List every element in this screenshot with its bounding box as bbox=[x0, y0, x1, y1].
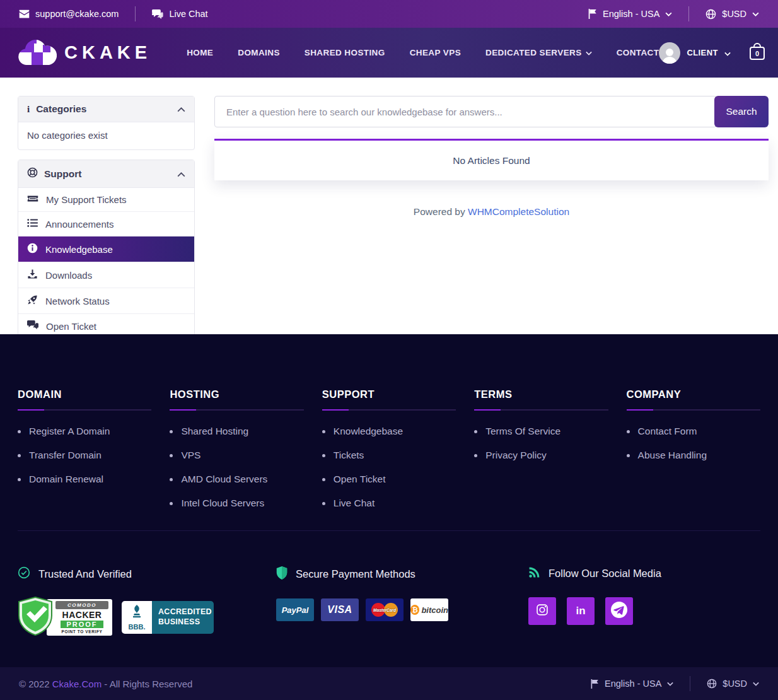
bottom-bar-right: English - USA $USD bbox=[590, 676, 759, 691]
paypal-badge[interactable]: PayPal bbox=[276, 598, 314, 621]
categories-header[interactable]: i Categories bbox=[18, 96, 194, 122]
currency-selector[interactable]: $USD bbox=[705, 9, 759, 20]
sidebar-item-knowledgebase[interactable]: Knowledgebase bbox=[18, 236, 194, 262]
support-email-label: support@ckake.com bbox=[35, 9, 119, 19]
language-label: English - USA bbox=[605, 679, 661, 689]
topbar-left: support@ckake.com Live Chat bbox=[19, 6, 208, 21]
footer-link[interactable]: Transfer Domain bbox=[18, 450, 151, 461]
sidebar-item-my-support-tickets[interactable]: My Support Tickets bbox=[18, 188, 194, 211]
copyright-brand-link[interactable]: Ckake.Com bbox=[52, 679, 102, 689]
brand-logo[interactable]: CKAKE bbox=[18, 38, 151, 67]
nav-cheap-vps[interactable]: CHEAP VPS bbox=[410, 48, 461, 57]
bbb-accredited-badge[interactable]: BBB. ACCREDITED BUSINESS bbox=[122, 601, 214, 634]
footer-link[interactable]: Tickets bbox=[322, 450, 456, 461]
footer-link[interactable]: Domain Renewal bbox=[18, 474, 151, 485]
bullet-dot bbox=[627, 454, 630, 457]
whmcs-link[interactable]: WHMCompleteSolution bbox=[468, 206, 569, 217]
footer-link[interactable]: Register A Domain bbox=[18, 426, 151, 437]
language-label: English - USA bbox=[603, 9, 659, 19]
social-title: Follow Our Social Media bbox=[549, 568, 661, 580]
bullet-dot bbox=[322, 430, 325, 433]
info-icon: i bbox=[27, 104, 30, 115]
topbar-right: English - USA $USD bbox=[588, 6, 759, 21]
sidebar: i Categories No categories exist Support… bbox=[18, 96, 195, 334]
sidebar-item-network-status[interactable]: Network Status bbox=[18, 288, 194, 313]
language-selector-bottom[interactable]: English - USA bbox=[590, 679, 673, 689]
linkedin-button[interactable]: in bbox=[567, 597, 595, 625]
main-content: i Categories No categories exist Support… bbox=[0, 78, 778, 334]
support-header[interactable]: Support bbox=[18, 160, 194, 188]
support-email-link[interactable]: support@ckake.com bbox=[19, 9, 119, 19]
categories-empty-text: No categories exist bbox=[18, 122, 194, 149]
bbb-torch-icon bbox=[130, 605, 144, 622]
footer-link[interactable]: Contact Form bbox=[627, 426, 760, 437]
rss-icon bbox=[528, 566, 540, 581]
live-chat-link[interactable]: Live Chat bbox=[152, 9, 207, 19]
chevron-down-icon bbox=[586, 48, 592, 57]
heading-rule bbox=[627, 409, 760, 411]
nav-shared-hosting[interactable]: SHARED HOSTING bbox=[305, 48, 385, 57]
bullet-dot bbox=[474, 454, 477, 457]
chevron-up-icon bbox=[177, 103, 185, 115]
nav-home[interactable]: HOME bbox=[187, 48, 213, 57]
list-icon bbox=[27, 218, 38, 230]
footer-link[interactable]: Shared Hosting bbox=[170, 426, 303, 437]
language-selector[interactable]: English - USA bbox=[588, 9, 672, 19]
footer-link[interactable]: Live Chat bbox=[322, 498, 456, 509]
bullet-dot bbox=[18, 430, 21, 433]
footer-link[interactable]: Abuse Handling bbox=[627, 450, 760, 461]
cart-button[interactable]: 0 bbox=[748, 42, 766, 64]
trusted-title: Trusted And Verified bbox=[38, 568, 132, 580]
bitcoin-badge[interactable]: ₿bitcoin bbox=[410, 598, 448, 621]
sidebar-item-announcements[interactable]: Announcements bbox=[18, 211, 194, 236]
footer-col-company: COMPANY Contact Form Abuse Handling bbox=[627, 388, 760, 522]
support-title: Support bbox=[44, 168, 171, 180]
sidebar-item-downloads[interactable]: Downloads bbox=[18, 262, 194, 288]
comodo-shield-icon bbox=[18, 597, 53, 638]
client-menu[interactable]: CLIENT bbox=[659, 42, 730, 64]
footer-link[interactable]: Knowledgebase bbox=[322, 426, 456, 437]
header-right: CLIENT 0 bbox=[659, 42, 765, 64]
nav-domains[interactable]: DOMAINS bbox=[238, 48, 280, 57]
svg-text:0: 0 bbox=[755, 50, 759, 57]
footer-link[interactable]: AMD Cloud Servers bbox=[170, 474, 303, 485]
footer-link[interactable]: Terms Of Service bbox=[474, 426, 608, 437]
comments-icon bbox=[27, 320, 38, 332]
cloud-logo-icon bbox=[18, 38, 57, 67]
visa-badge[interactable]: VISA bbox=[321, 598, 359, 621]
bullet-dot bbox=[322, 478, 325, 481]
chat-icon bbox=[152, 9, 163, 19]
life-ring-icon bbox=[27, 167, 38, 180]
nav-dedicated-servers[interactable]: DEDICATED SERVERS bbox=[485, 48, 592, 57]
telegram-button[interactable] bbox=[605, 597, 633, 625]
currency-selector-bottom[interactable]: $USD bbox=[707, 679, 759, 689]
instagram-button[interactable] bbox=[528, 597, 556, 625]
categories-title: Categories bbox=[36, 103, 171, 115]
telegram-icon bbox=[610, 601, 628, 621]
footer-link[interactable]: Privacy Policy bbox=[474, 450, 608, 461]
categories-card: i Categories No categories exist bbox=[18, 96, 195, 150]
footer-link[interactable]: Open Ticket bbox=[322, 474, 456, 485]
main-nav: HOME DOMAINS SHARED HOSTING CHEAP VPS DE… bbox=[187, 48, 659, 57]
comodo-hackerproof-badge[interactable]: COMODO HACKER PROOF POINT TO VERIFY bbox=[18, 598, 112, 637]
comodo-verify-label: POINT TO VERIFY bbox=[55, 629, 108, 634]
kb-search-input[interactable] bbox=[214, 96, 717, 127]
topbar: support@ckake.com Live Chat English - US… bbox=[0, 0, 778, 28]
chevron-up-icon bbox=[177, 168, 185, 180]
support-menu: My Support Tickets Announcements Knowled… bbox=[18, 188, 194, 338]
bullet-dot bbox=[627, 430, 630, 433]
footer-link[interactable]: Intel Cloud Servers bbox=[170, 498, 303, 509]
trusted-section: Trusted And Verified COMODO HACKER PROOF… bbox=[18, 566, 276, 637]
live-chat-label: Live Chat bbox=[169, 9, 207, 19]
mastercard-badge[interactable]: MasterCard bbox=[366, 598, 404, 621]
kb-search-button[interactable]: Search bbox=[714, 96, 769, 127]
footer-col-support: SUPPORT Knowledgebase Tickets Open Ticke… bbox=[322, 388, 456, 522]
brand-name: CKAKE bbox=[64, 42, 151, 63]
client-label: CLIENT bbox=[687, 48, 717, 57]
linkedin-icon: in bbox=[576, 605, 585, 617]
nav-contact[interactable]: CONTACT bbox=[617, 48, 659, 57]
bullet-dot bbox=[18, 478, 21, 481]
no-articles-message: No Articles Found bbox=[453, 155, 530, 166]
footer-col-domain: DOMAIN Register A Domain Transfer Domain… bbox=[18, 388, 151, 522]
footer-link[interactable]: VPS bbox=[170, 450, 303, 461]
